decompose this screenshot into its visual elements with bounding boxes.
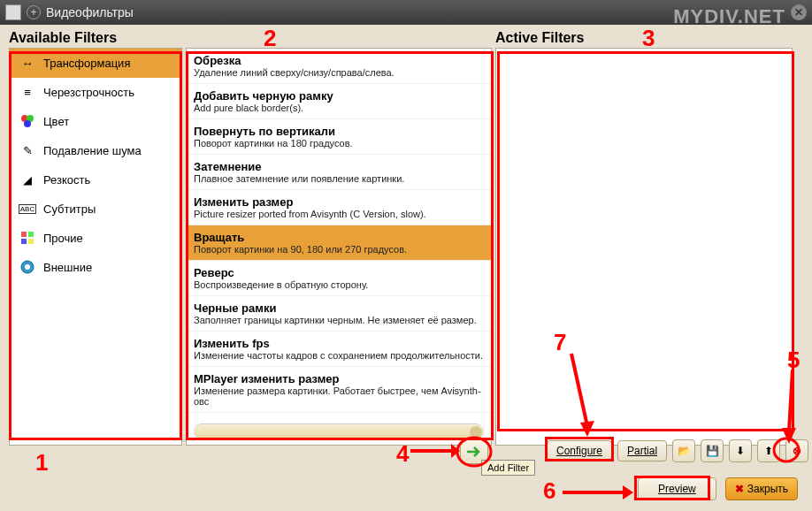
svg-point-2 <box>24 120 31 127</box>
sharpen-icon: ◢ <box>19 172 36 187</box>
filter-title: Изменить размер <box>194 195 484 209</box>
subtitle-icon: ABC <box>19 201 36 217</box>
category-list: ↔ Трансформация ≡ Черезстрочность Цвет ✎… <box>9 48 182 446</box>
misc-icon <box>19 230 36 246</box>
svg-rect-5 <box>21 239 27 244</box>
close-button[interactable]: ✖ Закрыть <box>725 477 798 500</box>
remove-filter-button[interactable]: ⊗ <box>785 439 808 462</box>
add-filter-tooltip: Add Filter <box>481 460 535 476</box>
filter-item[interactable]: ВращатьПоворот картинки на 90, 180 или 2… <box>187 225 491 261</box>
active-filters-header: Active Filters <box>495 30 584 46</box>
svg-rect-6 <box>28 239 34 244</box>
filter-item[interactable]: Изменить размерPicture resizer ported fr… <box>187 190 491 225</box>
category-label: Прочие <box>43 232 83 245</box>
filter-desc: Плавное затемнение или появление картинк… <box>194 173 484 184</box>
close-icon: ✖ <box>735 483 744 495</box>
filter-item[interactable]: ЗатемнениеПлавное затемнение или появлен… <box>187 155 491 190</box>
filter-item[interactable]: Повернуть по вертикалиПоворот картинки н… <box>187 119 491 155</box>
add-arrow-icon <box>465 445 483 459</box>
horizontal-scrollbar[interactable] <box>194 423 484 439</box>
configure-button[interactable]: Configure <box>547 440 612 461</box>
filter-desc: Picture resizer ported from Avisynth (C … <box>194 209 484 219</box>
save-button[interactable]: 💾 <box>701 439 724 462</box>
category-interlace[interactable]: ≡ Черезстрочность <box>10 78 181 107</box>
partial-button[interactable]: Partial <box>617 440 667 461</box>
svg-point-8 <box>25 264 30 270</box>
annotation-arrow-6 <box>561 483 635 502</box>
filter-title: Черные рамки <box>194 301 484 315</box>
category-subtitles[interactable]: ABC Субтитры <box>10 194 181 224</box>
transform-icon: ↔ <box>19 55 36 71</box>
filter-title: Изменить fps <box>194 337 484 350</box>
filter-desc: Изменение частоты кадров с сохранением п… <box>194 350 484 361</box>
category-external[interactable]: Внешние <box>10 253 181 282</box>
titlebar: + Видеофильтры ✕ <box>0 0 812 25</box>
category-label: Внешние <box>43 261 92 274</box>
external-icon <box>19 259 36 275</box>
svg-marker-13 <box>623 485 633 500</box>
interlace-icon: ≡ <box>19 84 36 100</box>
arrow-down-icon: ⬇ <box>736 445 745 457</box>
filter-title: Затемнение <box>194 160 484 173</box>
filter-desc: Воспроизведение в обратную сторону. <box>194 279 484 290</box>
filter-desc: Удаление линий сверху/снизу/справа/слева… <box>194 67 484 78</box>
arrow-up-icon: ⬆ <box>764 445 773 457</box>
category-sharpen[interactable]: ◢ Резкость <box>10 165 181 194</box>
category-denoise[interactable]: ✎ Подавление шума <box>10 136 181 165</box>
category-label: Трансформация <box>43 57 130 70</box>
filter-item[interactable]: Изменить fpsИзменение частоты кадров с с… <box>187 332 491 367</box>
filter-item[interactable]: Черные рамкиЗаполняет границы картинки ч… <box>187 296 491 332</box>
filter-desc: Поворот картинки на 180 градусов. <box>194 138 484 149</box>
plus-icon[interactable]: + <box>27 5 41 19</box>
filter-title: Повернуть по вертикали <box>194 125 484 138</box>
color-icon <box>19 113 36 129</box>
svg-rect-4 <box>28 232 34 237</box>
filter-title: Вращать <box>194 231 484 244</box>
svg-rect-3 <box>21 232 27 237</box>
filter-desc: Заполняет границы картинки черным. Не из… <box>194 315 484 325</box>
move-down-button[interactable]: ⬇ <box>729 439 752 462</box>
filter-title: Добавить черную рамку <box>194 89 484 103</box>
category-label: Субтитры <box>43 202 96 216</box>
folder-open-icon: 📂 <box>678 445 691 457</box>
category-transform[interactable]: ↔ Трансформация <box>10 49 181 78</box>
annotation-label-6: 6 <box>543 477 555 505</box>
window-close-icon[interactable]: ✕ <box>791 4 807 20</box>
filter-title: Реверс <box>194 266 484 279</box>
filter-desc: Поворот картинки на 90, 180 или 270 град… <box>194 244 484 255</box>
filter-item[interactable]: MPlayer изменить размерИзменение размера… <box>187 367 491 413</box>
filter-item[interactable]: Добавить черную рамкуAdd pure black bord… <box>187 84 491 119</box>
category-misc[interactable]: Прочие <box>10 224 181 253</box>
save-icon: 💾 <box>706 445 719 457</box>
filter-title: MPlayer изменить размер <box>194 372 484 385</box>
remove-icon: ⊗ <box>793 445 801 457</box>
filter-desc: Add pure black border(s). <box>194 103 484 113</box>
preview-button[interactable]: Preview <box>638 477 716 500</box>
active-filters-panel <box>495 48 793 446</box>
category-color[interactable]: Цвет <box>10 107 181 136</box>
category-label: Резкость <box>43 173 90 187</box>
filter-item[interactable]: ОбрезкаУдаление линий сверху/снизу/справ… <box>187 49 491 84</box>
denoise-icon: ✎ <box>19 142 36 158</box>
move-up-button[interactable]: ⬆ <box>757 439 780 462</box>
window-title: Видеофильтры <box>46 5 785 19</box>
filter-list-panel: ОбрезкаУдаление линий сверху/снизу/справ… <box>186 48 492 446</box>
available-filters-header: Available Filters <box>9 30 495 46</box>
filter-desc: Изменение размера картинки. Работает быс… <box>194 385 484 407</box>
filter-title: Обрезка <box>194 54 484 67</box>
category-label: Цвет <box>43 115 69 128</box>
category-label: Подавление шума <box>43 144 142 157</box>
category-label: Черезстрочность <box>43 86 134 99</box>
app-icon <box>5 4 21 20</box>
open-button[interactable]: 📂 <box>672 439 695 462</box>
filter-item[interactable]: РеверсВоспроизведение в обратную сторону… <box>187 261 491 296</box>
